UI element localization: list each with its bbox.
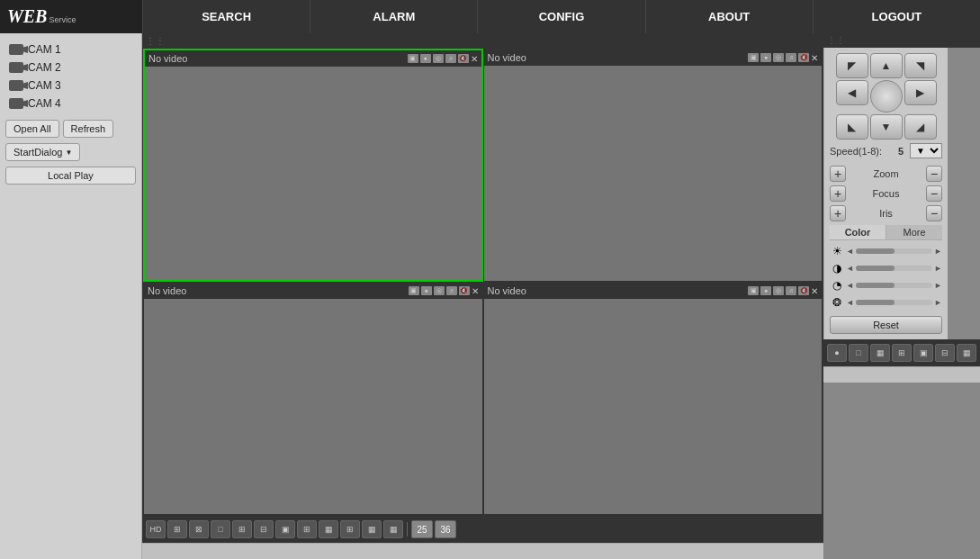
ptz-up[interactable]: ▲ xyxy=(870,53,903,78)
toolbar-layout6[interactable]: ▦ xyxy=(362,520,382,538)
cell-4-icon-talk[interactable]: ◎ xyxy=(773,286,784,295)
zoom-minus[interactable]: − xyxy=(926,166,942,182)
iris-plus[interactable]: + xyxy=(830,205,846,221)
contrast-track[interactable] xyxy=(856,266,932,271)
cell-4-icon-mute[interactable]: 🔇 xyxy=(798,286,809,295)
hue-right[interactable]: ► xyxy=(934,281,942,290)
toolbar-fullscreen[interactable]: ⊠ xyxy=(189,520,209,538)
cell-3-close[interactable]: ✕ xyxy=(472,286,479,296)
cell-1-icon-rec[interactable]: ● xyxy=(420,54,431,63)
toolbar-layout5[interactable]: ⊞ xyxy=(340,520,360,538)
cell-2-icon-rec[interactable]: ● xyxy=(760,53,771,62)
logo-web-text: WEB xyxy=(7,6,47,27)
cell-2-icon-mute[interactable]: 🔇 xyxy=(798,53,809,62)
cell-1-icon-mute[interactable]: 🔇 xyxy=(458,54,469,63)
right-tb-1[interactable]: ● xyxy=(827,344,847,362)
iris-minus[interactable]: − xyxy=(926,205,942,221)
cell-2-icon-snap[interactable]: ▣ xyxy=(748,53,759,62)
saturation-track[interactable] xyxy=(856,300,932,305)
toolbar-layout3[interactable]: ⊞ xyxy=(297,520,317,538)
toolbar-layout2[interactable]: ▣ xyxy=(275,520,295,538)
saturation-left[interactable]: ◄ xyxy=(846,298,854,307)
contrast-icon: ◑ xyxy=(830,261,844,275)
cell-4-icon-rec[interactable]: ● xyxy=(760,286,771,295)
focus-minus[interactable]: − xyxy=(926,185,942,202)
cell-1-icon-talk[interactable]: ◎ xyxy=(433,54,444,63)
cell-2-icon-audio[interactable]: ♬ xyxy=(786,53,796,62)
toolbar-layout4[interactable]: ▦ xyxy=(319,520,338,538)
saturation-right[interactable]: ► xyxy=(934,298,942,307)
cell-4-close[interactable]: ✕ xyxy=(811,286,818,296)
refresh-button[interactable]: Refresh xyxy=(63,120,114,138)
camera-4-item[interactable]: CAM 4 xyxy=(5,95,136,113)
cell-1-icon-snap[interactable]: ▣ xyxy=(408,54,418,63)
cell-3-icon-talk[interactable]: ◎ xyxy=(434,286,445,295)
toolbar-1x1[interactable]: □ xyxy=(211,520,230,538)
ptz-up-left[interactable]: ◤ xyxy=(836,53,868,78)
no-video-label-2: No video xyxy=(488,52,526,63)
video-cell-3[interactable]: No video ▣ ● ◎ ♬ 🔇 ✕ xyxy=(143,282,483,515)
ptz-down-right[interactable]: ◢ xyxy=(904,114,937,140)
camera-1-item[interactable]: CAM 1 xyxy=(5,41,136,59)
nav-search[interactable]: SEARCH xyxy=(142,0,310,33)
cell-4-icon-snap[interactable]: ▣ xyxy=(748,286,759,295)
cell-1-icon-audio[interactable]: ♬ xyxy=(445,54,456,63)
video-cell-2[interactable]: No video ▣ ● ◎ ♬ 🔇 ✕ xyxy=(483,49,823,282)
right-section: ⋮⋮ ◤ ▲ ◥ ◀ ▶ ◣ ▼ ◢ Speed(1-8): 5 xyxy=(823,33,980,559)
speed-select[interactable]: ▼ xyxy=(910,143,942,158)
hue-left[interactable]: ◄ xyxy=(846,281,854,290)
camera-2-item[interactable]: CAM 2 xyxy=(5,59,136,77)
nav-config[interactable]: CONFIG xyxy=(477,0,644,33)
brightness-right[interactable]: ► xyxy=(934,247,942,256)
brightness-track[interactable] xyxy=(856,248,932,254)
cell-2-close[interactable]: ✕ xyxy=(811,53,818,63)
ptz-center[interactable] xyxy=(870,80,903,113)
right-tb-2[interactable]: □ xyxy=(849,344,868,362)
hue-track[interactable] xyxy=(856,283,932,288)
open-all-button[interactable]: Open All xyxy=(5,120,59,138)
contrast-left[interactable]: ◄ xyxy=(846,264,854,273)
nav-logout[interactable]: LOGOUT xyxy=(813,0,980,33)
toolbar-layout1[interactable]: ⊟ xyxy=(254,520,274,538)
toolbar-grid1[interactable]: ⊞ xyxy=(167,520,187,538)
right-tb-3[interactable]: ▦ xyxy=(870,344,890,362)
right-tb-5[interactable]: ▣ xyxy=(913,344,933,362)
brightness-left[interactable]: ◄ xyxy=(846,247,854,256)
focus-plus[interactable]: + xyxy=(830,185,846,202)
contrast-right[interactable]: ► xyxy=(934,264,942,273)
ptz-right[interactable]: ▶ xyxy=(904,80,937,105)
video-cell-1[interactable]: No video ▣ ● ◎ ♬ 🔇 ✕ xyxy=(143,49,483,282)
toolbar-fps-25[interactable]: 25 xyxy=(411,520,433,538)
toolbar-2x2[interactable]: ⊞ xyxy=(232,520,252,538)
video-cell-3-bar: No video ▣ ● ◎ ♬ 🔇 ✕ xyxy=(144,283,482,299)
camera-3-item[interactable]: CAM 3 xyxy=(5,77,136,95)
ptz-up-right[interactable]: ◥ xyxy=(904,53,937,78)
more-tab[interactable]: More xyxy=(886,225,942,239)
ptz-left[interactable]: ◀ xyxy=(836,80,868,105)
toolbar-hd[interactable]: HD xyxy=(146,520,166,538)
zoom-plus[interactable]: + xyxy=(830,166,846,182)
local-play-button[interactable]: Local Play xyxy=(5,167,136,185)
nav-about[interactable]: ABOUT xyxy=(645,0,813,33)
cell-3-icon-audio[interactable]: ♬ xyxy=(446,286,457,295)
start-dialog-button[interactable]: StartDialog xyxy=(5,143,80,161)
ptz-down-left[interactable]: ◣ xyxy=(836,114,868,140)
right-tb-4[interactable]: ⊞ xyxy=(892,344,912,362)
color-tab[interactable]: Color xyxy=(830,225,886,239)
right-tb-7[interactable]: ▦ xyxy=(957,344,976,362)
toolbar-fps-36[interactable]: 36 xyxy=(435,520,456,538)
cell-3-icon-rec[interactable]: ● xyxy=(421,286,432,295)
video-cell-4[interactable]: No video ▣ ● ◎ ♬ 🔇 ✕ xyxy=(483,282,823,515)
ptz-down[interactable]: ▼ xyxy=(870,114,903,140)
right-tb-6[interactable]: ⊟ xyxy=(935,344,955,362)
cell-3-icon-mute[interactable]: 🔇 xyxy=(459,286,470,295)
toolbar-separator xyxy=(407,522,408,536)
reset-button[interactable]: Reset xyxy=(830,316,942,334)
cell-1-close[interactable]: ✕ xyxy=(471,54,478,64)
nav-alarm[interactable]: ALARM xyxy=(310,0,477,33)
cell-2-icon-talk[interactable]: ◎ xyxy=(773,53,784,62)
toolbar-layout7[interactable]: ▦ xyxy=(383,520,403,538)
speed-row: Speed(1-8): 5 ▼ xyxy=(830,143,942,158)
cell-4-icon-audio[interactable]: ♬ xyxy=(786,286,796,295)
cell-3-icon-snap[interactable]: ▣ xyxy=(409,286,419,295)
